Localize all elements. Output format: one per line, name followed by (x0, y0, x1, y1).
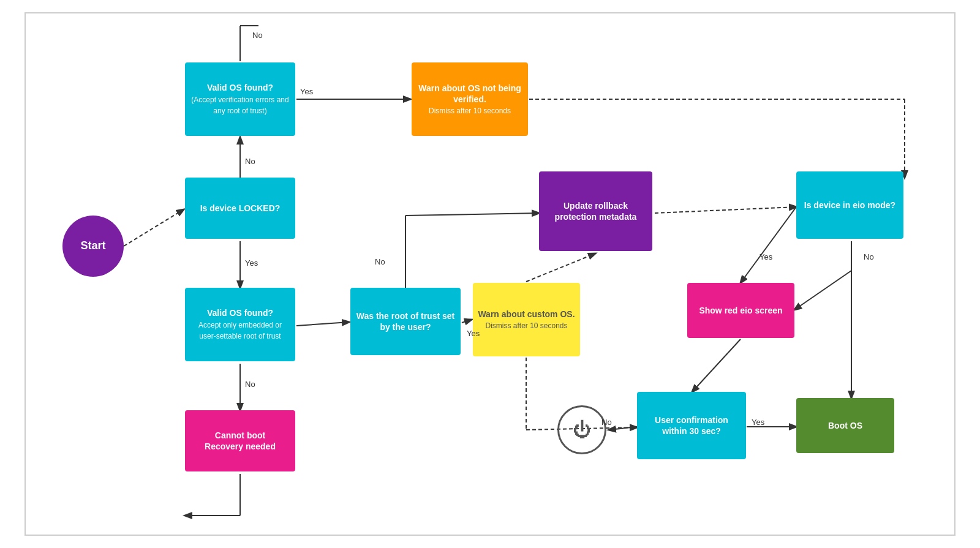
warn-os-not-verified-node: Warn about OS not being verified.Dismiss… (412, 62, 528, 136)
valid-os-locked-node: Valid OS found?Accept only embedded or u… (185, 288, 295, 361)
svg-line-25 (609, 427, 637, 430)
label-yes-device-locked: Yes (245, 258, 258, 268)
label-yes-confirmation: Yes (752, 418, 764, 427)
svg-line-12 (462, 320, 472, 323)
svg-line-0 (124, 209, 184, 246)
label-yes-valid-unlocked: Yes (300, 87, 313, 96)
update-rollback-node: Update rollback protection metadata (539, 171, 652, 251)
label-no-device-locked: No (245, 157, 255, 166)
label-no-top: No (252, 31, 263, 40)
boot-os-node: Boot OS (796, 398, 894, 453)
label-no-confirmation: No (601, 418, 612, 427)
svg-line-21 (692, 339, 741, 392)
start-node: Start (62, 216, 124, 277)
diagram-container: Start Valid OS found?(Accept verificatio… (24, 12, 956, 536)
root-of-trust-node: Was the root of trust set by the user? (350, 288, 461, 355)
label-no-valid-locked: No (245, 380, 255, 389)
valid-os-unlocked-node: Valid OS found?(Accept verification erro… (185, 62, 295, 136)
cannot-boot-node: Cannot bootRecovery needed (185, 410, 295, 471)
eio-mode-node: Is device in eio mode? (796, 171, 903, 239)
label-no-root-of-trust: No (375, 257, 385, 266)
label-no-eio: No (864, 252, 874, 261)
svg-line-18 (794, 271, 851, 310)
label-yes-root-of-trust: Yes (467, 329, 480, 338)
label-yes-eio: Yes (760, 252, 772, 261)
show-red-eio-node: Show red eio screen (687, 283, 794, 338)
svg-line-16 (655, 207, 796, 213)
user-confirmation-node: User confirmation within 30 sec? (637, 392, 746, 459)
svg-line-20 (741, 207, 796, 283)
svg-line-14 (405, 213, 539, 216)
power-off-icon: ⏻ (557, 405, 606, 454)
svg-line-15 (526, 253, 595, 282)
svg-line-8 (296, 322, 349, 326)
device-locked-node: Is device LOCKED? (185, 178, 295, 239)
warn-custom-os-node: Warn about custom OS.Dismiss after 10 se… (473, 283, 580, 356)
